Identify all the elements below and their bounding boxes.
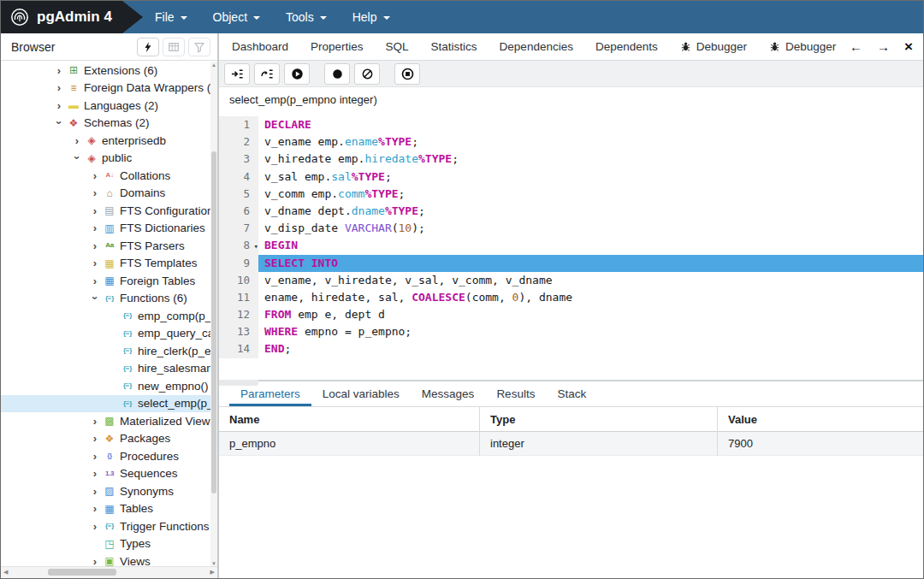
- line-number-gutter[interactable]: 14: [219, 340, 258, 357]
- tab-dependencies[interactable]: Dependencies: [489, 40, 584, 53]
- tree-item[interactable]: ›≡Foreign Data Wrappers (2): [1, 80, 217, 97]
- menu-tools[interactable]: Tools: [286, 10, 327, 24]
- line-number-gutter[interactable]: 10: [219, 272, 258, 289]
- tree-item[interactable]: ›{≡}Functions (6): [1, 290, 217, 308]
- chevron-right-icon[interactable]: ›: [88, 520, 102, 533]
- chevron-down-icon[interactable]: ›: [89, 292, 102, 305]
- clear-all-breakpoints-button[interactable]: [354, 63, 380, 85]
- tab-debugger[interactable]: Debugger: [758, 40, 847, 53]
- chevron-right-icon[interactable]: ›: [88, 432, 102, 445]
- chevron-right-icon[interactable]: ›: [52, 64, 66, 77]
- tree-item[interactable]: ›◈enterprisedb: [1, 132, 217, 150]
- tab-scroll-left-button[interactable]: ←: [850, 39, 862, 54]
- line-number-gutter[interactable]: 13: [219, 323, 258, 340]
- chevron-right-icon[interactable]: ›: [88, 257, 102, 269]
- chevron-right-icon[interactable]: ›: [88, 204, 102, 217]
- chevron-right-icon[interactable]: ›: [88, 186, 102, 199]
- tab-dashboard[interactable]: Dashboard: [221, 40, 299, 53]
- panel-tab-parameters[interactable]: Parameters: [229, 382, 311, 406]
- tab-close-button[interactable]: ×: [904, 38, 913, 56]
- chevron-right-icon[interactable]: ›: [52, 81, 66, 94]
- chevron-right-icon[interactable]: ›: [88, 169, 102, 182]
- chevron-right-icon[interactable]: ›: [52, 99, 66, 112]
- tree-item[interactable]: ›▨Synonyms: [1, 482, 217, 500]
- tree-item[interactable]: ›{}Procedures: [1, 447, 217, 465]
- tree-item[interactable]: ›▦Tables: [1, 500, 217, 518]
- tree-vertical-scrollbar[interactable]: ▲ ▼: [210, 62, 217, 567]
- menu-file[interactable]: File: [155, 10, 187, 24]
- panel-tab-messages[interactable]: Messages: [411, 382, 486, 406]
- tree-item[interactable]: {≡}hire_clerk(p_en: [1, 342, 217, 360]
- chevron-right-icon[interactable]: ›: [88, 415, 102, 428]
- chevron-right-icon[interactable]: ›: [88, 275, 102, 287]
- line-number-gutter[interactable]: 6: [219, 203, 258, 220]
- chevron-right-icon[interactable]: ›: [88, 222, 102, 234]
- tree-item[interactable]: ›▥FTS Dictionaries: [1, 220, 217, 238]
- tree-item[interactable]: {≡}emp_comp(p_s: [1, 307, 217, 325]
- tree-item[interactable]: ›{≡}Trigger Functions: [1, 517, 217, 535]
- tab-sql[interactable]: SQL: [375, 40, 420, 53]
- tab-debugger[interactable]: Debugger: [669, 40, 758, 53]
- scroll-up-icon[interactable]: ▲: [210, 62, 217, 68]
- tree-item[interactable]: {≡}hire_salesman(: [1, 360, 217, 378]
- tree-item[interactable]: ›⊞Extensions (6): [1, 62, 217, 80]
- scroll-left-icon[interactable]: ◀: [3, 569, 8, 576]
- menu-help[interactable]: Help: [352, 10, 390, 24]
- table-row[interactable]: p_empnointeger7900: [219, 432, 923, 456]
- continue-button[interactable]: [284, 63, 310, 85]
- tab-dependents[interactable]: Dependents: [584, 40, 669, 53]
- code-editor[interactable]: 1DECLARE2v_ename emp.ename%TYPE;3v_hired…: [219, 110, 923, 386]
- tree-item[interactable]: ›AaFTS Parsers: [1, 237, 217, 255]
- grid-button[interactable]: [163, 38, 185, 56]
- chevron-right-icon[interactable]: ›: [88, 502, 102, 515]
- line-number-gutter[interactable]: 12: [219, 306, 258, 323]
- tree-item[interactable]: ›❖Packages: [1, 430, 217, 448]
- tree-item[interactable]: ›1.3Sequences: [1, 465, 217, 483]
- tree-item[interactable]: {≡}new_empno(): [1, 377, 217, 395]
- chevron-right-icon[interactable]: ›: [88, 467, 102, 480]
- menu-object[interactable]: Object: [213, 10, 260, 24]
- stop-button[interactable]: [394, 63, 420, 85]
- tab-properties[interactable]: Properties: [299, 40, 375, 53]
- tree-item[interactable]: ›▩Materialized Views: [1, 412, 217, 430]
- line-number-gutter[interactable]: 2: [219, 133, 258, 151]
- chevron-right-icon[interactable]: ›: [88, 555, 102, 567]
- chevron-right-icon[interactable]: ›: [88, 450, 102, 463]
- tree-item[interactable]: ›▣Views: [1, 552, 217, 567]
- panel-tab-local-variables[interactable]: Local variables: [311, 382, 411, 406]
- chevron-right-icon[interactable]: ›: [88, 485, 102, 498]
- filter-button[interactable]: [188, 38, 210, 56]
- tree-item[interactable]: ›⌂Domains: [1, 185, 217, 203]
- line-number-gutter[interactable]: 11: [219, 289, 258, 306]
- horizontal-scrollbar-thumb[interactable]: [48, 569, 116, 576]
- tree-item[interactable]: ›◈public: [1, 150, 217, 168]
- line-number-gutter[interactable]: 5: [219, 186, 258, 203]
- tree-item[interactable]: ›▬Languages (2): [1, 97, 217, 115]
- lightning-button[interactable]: [137, 38, 159, 56]
- tree-item[interactable]: ›▦FTS Templates: [1, 255, 217, 273]
- tree-item[interactable]: {≡}emp_query_cal: [1, 325, 217, 343]
- tree-item[interactable]: ›❖Schemas (2): [1, 115, 217, 133]
- tree-item[interactable]: ◳Types: [1, 535, 217, 553]
- chevron-down-icon[interactable]: ›: [71, 151, 84, 165]
- tree-item[interactable]: {≡}select_emp(p_e: [1, 395, 217, 413]
- scroll-right-icon[interactable]: ▶: [210, 569, 215, 576]
- tree-item[interactable]: ›▤FTS Configurations: [1, 202, 217, 220]
- line-number-gutter[interactable]: 3: [219, 151, 258, 168]
- tab-scroll-right-button[interactable]: →: [877, 39, 890, 54]
- panel-tab-stack[interactable]: Stack: [546, 382, 597, 406]
- tree-horizontal-scrollbar[interactable]: ◀ ▶: [1, 566, 217, 578]
- chevron-down-icon[interactable]: ›: [53, 116, 66, 130]
- line-number-gutter[interactable]: 7: [219, 220, 258, 237]
- tree-item[interactable]: ›▦Foreign Tables: [1, 272, 217, 290]
- line-number-gutter[interactable]: 4: [219, 168, 258, 186]
- toggle-breakpoint-button[interactable]: [324, 63, 350, 85]
- panel-resize-grip[interactable]: [219, 380, 258, 386]
- line-number-gutter[interactable]: 9: [219, 255, 258, 272]
- chevron-right-icon[interactable]: ›: [88, 239, 102, 252]
- fold-marker-icon[interactable]: ▾: [254, 238, 258, 255]
- tab-statistics[interactable]: Statistics: [420, 40, 489, 53]
- step-over-button[interactable]: [254, 63, 280, 85]
- vertical-scrollbar-thumb[interactable]: [211, 151, 216, 493]
- panel-tab-results[interactable]: Results: [485, 382, 546, 406]
